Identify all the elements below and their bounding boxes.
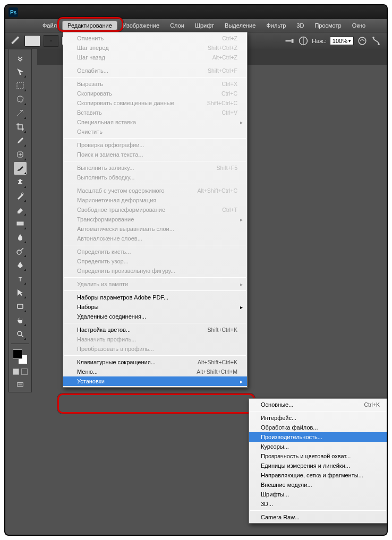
submenu-arrow-icon: ▸ [240,281,243,287]
menu-item[interactable]: Наборы параметров Adobe PDF... [63,293,247,302]
rectangle-tool[interactable] [14,300,27,313]
submenu-item[interactable]: 3D... [249,499,387,509]
menu-item: Автоналожение слоев... [63,234,247,243]
menu-item-label: Выполнить обводку... [77,174,237,181]
menu-separator [64,64,246,64]
dropdown-arrow-icon: ▾ [348,38,351,44]
svg-point-6 [372,37,374,39]
healing-brush-tool[interactable] [14,148,27,161]
quickmask-toggle[interactable] [13,368,28,375]
menu-item-label: Марионеточная деформация [77,197,237,203]
submenu-item[interactable]: Camera Raw... [249,512,387,522]
marquee-tool[interactable] [14,79,27,92]
menu-item-shortcut: Ctrl+X [222,81,237,87]
menu-separator [64,355,246,356]
foreground-color[interactable] [13,349,22,359]
preferences-submenu: Основные...Ctrl+KИнтерфейс...Обработка ф… [249,398,388,524]
eraser-tool[interactable] [14,203,27,216]
tablet-pressure-opacity-icon[interactable] [298,36,309,46]
menubar-item-файл[interactable]: Файл [37,21,62,30]
menu-item: ВырезатьCtrl+X [63,79,247,89]
brush-preview[interactable] [44,35,58,47]
svg-point-5 [359,37,366,45]
svg-text:T: T [19,276,22,282]
clone-stamp-tool[interactable] [14,176,27,188]
gradient-tool[interactable] [14,217,27,230]
color-swatches[interactable] [13,349,28,364]
toolbox-collapse-icon[interactable] [14,52,27,64]
menubar-item-редактирование[interactable]: Редактирование [62,21,117,30]
type-tool[interactable]: T [14,272,27,285]
submenu-item-label: Интерфейс... [261,415,380,421]
submenu-item-label: Производительность... [261,434,380,440]
eyedropper-tool[interactable] [14,134,27,147]
path-selection-tool[interactable] [14,286,27,299]
symmetry-icon[interactable] [371,36,381,46]
submenu-item[interactable]: Внешние модули... [249,480,387,490]
menu-item[interactable]: Удаленные соединения... [63,312,247,321]
menu-item[interactable]: Меню...Alt+Shift+Ctrl+M [63,367,247,376]
menu-separator [64,323,246,323]
submenu-item-label: Camera Raw... [261,514,380,520]
menu-item: Назначить профиль... [63,335,247,344]
airbrush-icon[interactable] [284,36,295,46]
opacity-value: 100% [333,38,347,44]
submenu-item[interactable]: Направляющие, сетка и фрагменты... [249,470,387,480]
submenu-item[interactable]: Прозрачность и цветовой охват... [249,451,387,461]
toolbox: T [8,49,32,392]
menu-item-label: Преобразовать в профиль... [77,346,237,352]
submenu-item[interactable]: Интерфейс... [249,413,387,423]
submenu-item[interactable]: Производительность... [249,432,387,442]
menubar-item-просмотр[interactable]: Просмотр [309,21,346,30]
menu-item-label: Ослабить... [77,67,197,74]
submenu-item[interactable]: Курсоры... [249,442,387,451]
menubar-item-3d[interactable]: 3D [291,21,309,30]
submenu-item[interactable]: Шрифты... [249,490,387,499]
menu-item-label: Выполнить заливку... [77,165,206,171]
submenu-item[interactable]: Обработка файлов... [249,423,387,432]
move-tool[interactable] [14,65,27,78]
menu-separator [64,77,246,78]
menu-item[interactable]: Установки▸ [63,376,247,386]
menu-item[interactable]: Наборы▸ [63,302,247,312]
menu-item-label: Скопировать [77,90,211,97]
brush-preset-picker[interactable] [24,35,40,47]
zoom-tool[interactable] [14,328,27,340]
submenu-item[interactable]: Единицы измерения и линейки... [249,461,387,470]
menu-item-shortcut: Shift+Ctrl+F [208,67,237,74]
hand-tool[interactable] [14,314,27,327]
menubar-item-выделение[interactable]: Выделение [219,21,261,30]
crop-tool[interactable] [14,121,27,133]
menu-item: Свободное трансформированиеCtrl+T [63,205,247,215]
menubar-item-слои[interactable]: Слои [165,21,190,30]
svg-point-0 [50,40,52,41]
screen-mode-icon[interactable] [14,380,27,390]
submenu-item[interactable]: Основные...Ctrl+K [249,400,387,409]
svg-point-19 [18,331,22,336]
tablet-pressure-size-icon[interactable] [357,36,368,46]
menubar-item-изображение[interactable]: Изображение [117,21,165,30]
menu-item[interactable]: Настройка цветов...Shift+Ctrl+K [63,325,247,335]
menu-item: Ослабить...Shift+Ctrl+F [63,66,247,75]
magic-wand-tool[interactable] [14,107,27,119]
brush-tool[interactable] [14,162,27,175]
menubar-item-окно[interactable]: Окно [347,21,371,30]
history-brush-tool[interactable] [14,190,27,202]
pen-tool[interactable] [14,259,27,271]
menu-item-shortcut: Alt+Shift+Ctrl+K [198,359,237,365]
menubar-item-фильтр[interactable]: Фильтр [261,21,291,30]
menu-item-label: Автоналожение слоев... [77,235,237,242]
menu-item: Определить произвольную фигуру... [63,266,247,276]
tool-preset-icon[interactable] [11,36,21,46]
menu-item-shortcut: Alt+Ctrl+Z [212,54,237,61]
lasso-tool[interactable] [14,93,27,106]
menu-item[interactable]: Клавиатурные сокращения...Alt+Shift+Ctrl… [63,357,247,367]
blur-tool[interactable] [14,231,27,244]
opacity-field[interactable]: 100% ▾ [330,37,354,45]
menu-item-shortcut: Ctrl+Z [222,35,237,41]
submenu-arrow-icon: ▸ [240,379,243,384]
menubar-item-шрифт[interactable]: Шрифт [190,21,219,30]
submenu-item-label: Основные... [261,401,356,408]
menu-item: Определить узор... [63,256,247,266]
dodge-tool[interactable] [14,245,27,258]
